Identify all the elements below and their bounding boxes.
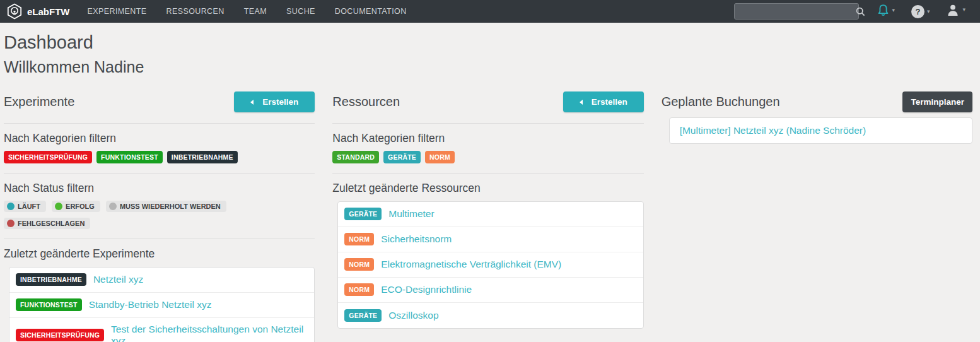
booking-link[interactable]: [Multimeter] Netzteil xyz (Nadine Schröd…	[680, 125, 866, 136]
experiments-status-filter-title: Nach Status filtern	[4, 182, 315, 195]
category-badge: FUNKTIONSTEST	[16, 298, 82, 311]
chevron-down-icon: ▾	[892, 4, 895, 16]
status-filter-pill[interactable]: LÄUFT	[4, 201, 46, 212]
category-badge: GERÄTE	[344, 208, 382, 220]
bookings-list: [Multimeter] Netzteil xyz (Nadine Schröd…	[669, 117, 972, 144]
category-filter-badge[interactable]: NORM	[425, 151, 455, 163]
recent-experiments-list: INBETRIEBNAHME Netzteil xyz FUNKTIONSTES…	[9, 267, 315, 342]
resources-column: Ressourcen Erstellen Nach Kategorien fil…	[332, 91, 643, 342]
experiments-category-badges: SICHERHEITSPRÜFUNG FUNKTIONSTEST INBETRI…	[4, 151, 315, 163]
user-menu[interactable]: ▾	[946, 3, 965, 20]
create-resource-label: Erstellen	[592, 97, 627, 107]
status-label: LÄUFT	[18, 203, 40, 210]
bookings-title: Geplante Buchungen	[662, 95, 780, 109]
chevron-down-icon: ▾	[927, 5, 930, 18]
category-badge: INBETRIEBNAHME	[16, 273, 86, 286]
bell-icon	[877, 4, 889, 20]
experiments-category-filter-title: Nach Kategorien filtern	[4, 132, 315, 145]
experiment-row[interactable]: FUNKTIONSTEST Standby-Betrieb Netzteil x…	[9, 293, 314, 318]
divider	[332, 173, 643, 174]
user-icon	[946, 3, 960, 20]
nav-item[interactable]: EXPERIMENTE	[88, 7, 147, 16]
navbar-search	[734, 3, 859, 20]
category-badge: NORM	[344, 233, 374, 245]
divider	[4, 239, 315, 239]
top-navbar: eLabFTW EXPERIMENTE RESSOURCEN TEAM SUCH…	[0, 0, 980, 23]
resource-link[interactable]: Elektromagnetische Verträglichkeit (EMV)	[381, 259, 561, 270]
resources-category-badges: STANDARD GERÄTE NORM	[332, 151, 643, 163]
category-filter-badge[interactable]: INBETRIEBNAHME	[167, 151, 238, 163]
nav-item[interactable]: TEAM	[244, 7, 267, 16]
experiment-row[interactable]: SICHERHEITSPRÜFUNG Test der Sicherheitss…	[9, 318, 314, 342]
brand-logo[interactable]: eLabFTW	[6, 3, 70, 20]
notifications-menu[interactable]: ▾	[877, 4, 895, 20]
dashboard-main: Dashboard Willkommen Nadine Experimente …	[0, 23, 980, 342]
help-menu[interactable]: ? ▾	[911, 5, 930, 18]
category-badge: NORM	[344, 258, 374, 271]
elabftw-logo-icon	[6, 3, 23, 20]
experiment-row[interactable]: INBETRIEBNAHME Netzteil xyz	[9, 268, 314, 293]
experiment-link[interactable]: Test der Sicherheitsschaltungen von Netz…	[111, 324, 308, 342]
category-badge: NORM	[344, 283, 374, 296]
category-badge: SICHERHEITSPRÜFUNG	[16, 329, 104, 341]
dashboard-columns: Experimente Erstellen Nach Kategorien fi…	[4, 91, 972, 342]
status-dot-icon	[7, 220, 15, 227]
help-icon: ?	[911, 5, 925, 18]
category-badge: GERÄTE	[344, 309, 382, 322]
status-filter-pill[interactable]: MUSS WIEDERHOLT WERDEN	[106, 201, 226, 212]
resource-link[interactable]: Sicherheitsnorm	[381, 233, 452, 245]
create-experiment-label: Erstellen	[262, 97, 298, 107]
resource-row[interactable]: GERÄTE Oszilloskop	[338, 303, 643, 328]
divider	[4, 173, 315, 174]
category-filter-badge[interactable]: FUNKTIONSTEST	[96, 151, 163, 163]
experiments-status-pills: LÄUFT ERFOLG MUSS WIEDERHOLT WERDEN	[4, 201, 315, 229]
divider	[4, 123, 315, 124]
recent-experiments-title: Zuletzt geänderte Experimente	[4, 247, 315, 261]
create-experiment-button[interactable]: Erstellen	[234, 91, 315, 112]
chevron-down-icon: ▾	[962, 3, 965, 16]
resource-row[interactable]: NORM Elektromagnetische Verträglichkeit …	[338, 252, 643, 278]
category-filter-badge[interactable]: STANDARD	[332, 151, 379, 163]
resource-row[interactable]: GERÄTE Multimeter	[338, 202, 643, 227]
resource-row[interactable]: NORM ECO-Designrichtlinie	[338, 278, 643, 303]
main-nav: EXPERIMENTE RESSOURCEN TEAM SUCHE DOCUME…	[88, 7, 407, 16]
search-icon[interactable]	[856, 7, 865, 16]
resource-link[interactable]: Oszilloskop	[388, 310, 438, 321]
experiment-link[interactable]: Standby-Betrieb Netzteil xyz	[89, 299, 212, 310]
status-label: ERFOLG	[66, 203, 95, 210]
booking-row[interactable]: [Multimeter] Netzteil xyz (Nadine Schröd…	[670, 118, 972, 143]
status-label: FEHLGESCHLAGEN	[18, 220, 85, 227]
category-filter-badge[interactable]: SICHERHEITSPRÜFUNG	[4, 151, 92, 163]
status-label: MUSS WIEDERHOLT WERDEN	[120, 203, 221, 210]
recent-resources-list: GERÄTE Multimeter NORM Sicherheitsnorm N…	[337, 201, 643, 329]
experiments-title: Experimente	[4, 95, 74, 109]
caret-left-icon	[250, 100, 254, 105]
nav-item[interactable]: RESSOURCEN	[166, 7, 225, 16]
caret-left-icon	[580, 100, 583, 105]
resource-row[interactable]: NORM Sicherheitsnorm	[338, 227, 643, 252]
status-dot-icon	[55, 203, 62, 210]
bookings-column: Geplante Buchungen Terminplaner [Multime…	[662, 91, 972, 342]
scheduler-button[interactable]: Terminplaner	[902, 91, 972, 112]
status-filter-pill[interactable]: ERFOLG	[52, 201, 100, 212]
brand-name: eLabFTW	[27, 6, 70, 17]
recent-resources-title: Zuletzt geänderte Ressourcen	[332, 182, 643, 195]
status-filter-pill[interactable]: FEHLGESCHLAGEN	[4, 218, 90, 229]
resources-title: Ressourcen	[332, 95, 400, 109]
experiments-column: Experimente Erstellen Nach Kategorien fi…	[4, 91, 315, 342]
experiment-link[interactable]: Netzteil xyz	[93, 274, 143, 285]
category-filter-badge[interactable]: GERÄTE	[383, 151, 421, 163]
create-resource-button[interactable]: Erstellen	[563, 91, 644, 112]
nav-item[interactable]: DOCUMENTATION	[335, 7, 407, 16]
resources-category-filter-title: Nach Kategorien filtern	[332, 132, 643, 145]
page-title: Dashboard	[4, 32, 972, 54]
search-input[interactable]	[735, 4, 856, 19]
resource-link[interactable]: Multimeter	[388, 208, 434, 220]
nav-item[interactable]: SUCHE	[286, 7, 315, 16]
welcome-message: Willkommen Nadine	[4, 57, 972, 76]
resource-link[interactable]: ECO-Designrichtlinie	[381, 284, 472, 295]
divider	[332, 123, 643, 124]
status-dot-icon	[7, 203, 15, 210]
status-dot-icon	[109, 203, 117, 210]
